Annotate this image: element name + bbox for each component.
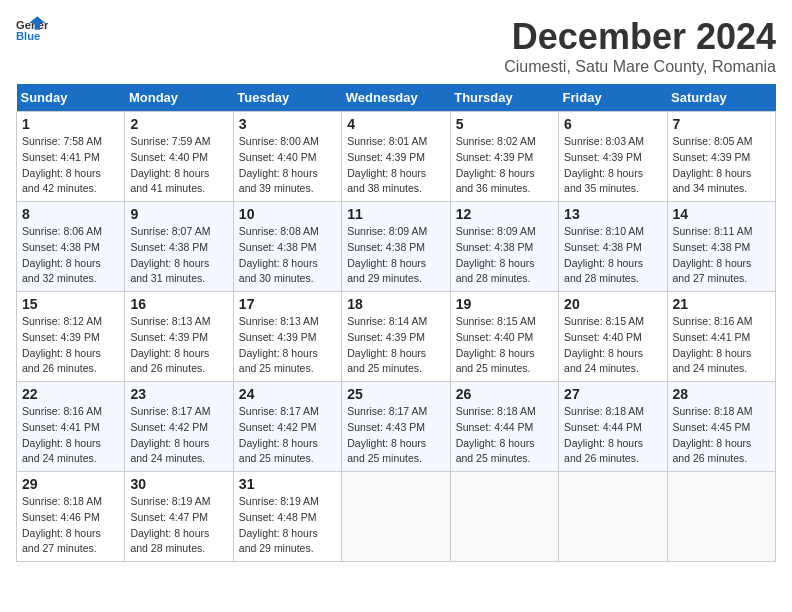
day-number: 20 <box>564 296 661 312</box>
weekday-header: Tuesday <box>233 84 341 112</box>
day-info: Sunrise: 8:15 AM Sunset: 4:40 PM Dayligh… <box>456 314 553 377</box>
sunset-label: Sunset: 4:39 PM <box>347 151 425 163</box>
day-info: Sunrise: 8:17 AM Sunset: 4:42 PM Dayligh… <box>239 404 336 467</box>
calendar-day-cell: 7 Sunrise: 8:05 AM Sunset: 4:39 PM Dayli… <box>667 112 775 202</box>
daylight-label: Daylight: 8 hours and 30 minutes. <box>239 257 318 285</box>
sunrise-label: Sunrise: 8:07 AM <box>130 225 210 237</box>
calendar-day-cell: 15 Sunrise: 8:12 AM Sunset: 4:39 PM Dayl… <box>17 292 125 382</box>
sunrise-label: Sunrise: 8:02 AM <box>456 135 536 147</box>
day-number: 19 <box>456 296 553 312</box>
sunrise-label: Sunrise: 8:13 AM <box>130 315 210 327</box>
daylight-label: Daylight: 8 hours and 29 minutes. <box>347 257 426 285</box>
sunrise-label: Sunrise: 8:17 AM <box>239 405 319 417</box>
day-info: Sunrise: 8:18 AM Sunset: 4:45 PM Dayligh… <box>673 404 770 467</box>
daylight-label: Daylight: 8 hours and 36 minutes. <box>456 167 535 195</box>
daylight-label: Daylight: 8 hours and 26 minutes. <box>22 347 101 375</box>
sunrise-label: Sunrise: 8:14 AM <box>347 315 427 327</box>
calendar-day-cell: 6 Sunrise: 8:03 AM Sunset: 4:39 PM Dayli… <box>559 112 667 202</box>
sunrise-label: Sunrise: 7:59 AM <box>130 135 210 147</box>
day-info: Sunrise: 8:12 AM Sunset: 4:39 PM Dayligh… <box>22 314 119 377</box>
day-number: 29 <box>22 476 119 492</box>
calendar-day-cell: 27 Sunrise: 8:18 AM Sunset: 4:44 PM Dayl… <box>559 382 667 472</box>
daylight-label: Daylight: 8 hours and 24 minutes. <box>564 347 643 375</box>
day-number: 21 <box>673 296 770 312</box>
daylight-label: Daylight: 8 hours and 28 minutes. <box>130 527 209 555</box>
empty-cell <box>559 472 667 562</box>
day-number: 11 <box>347 206 444 222</box>
day-info: Sunrise: 8:05 AM Sunset: 4:39 PM Dayligh… <box>673 134 770 197</box>
calendar-day-cell: 10 Sunrise: 8:08 AM Sunset: 4:38 PM Dayl… <box>233 202 341 292</box>
daylight-label: Daylight: 8 hours and 24 minutes. <box>130 437 209 465</box>
sunrise-label: Sunrise: 8:01 AM <box>347 135 427 147</box>
day-info: Sunrise: 8:19 AM Sunset: 4:48 PM Dayligh… <box>239 494 336 557</box>
daylight-label: Daylight: 8 hours and 25 minutes. <box>347 347 426 375</box>
daylight-label: Daylight: 8 hours and 28 minutes. <box>456 257 535 285</box>
day-info: Sunrise: 8:03 AM Sunset: 4:39 PM Dayligh… <box>564 134 661 197</box>
calendar-day-cell: 11 Sunrise: 8:09 AM Sunset: 4:38 PM Dayl… <box>342 202 450 292</box>
sunset-label: Sunset: 4:40 PM <box>456 331 534 343</box>
day-number: 14 <box>673 206 770 222</box>
sunset-label: Sunset: 4:39 PM <box>564 151 642 163</box>
day-number: 6 <box>564 116 661 132</box>
calendar-week-row: 1 Sunrise: 7:58 AM Sunset: 4:41 PM Dayli… <box>17 112 776 202</box>
day-info: Sunrise: 8:09 AM Sunset: 4:38 PM Dayligh… <box>456 224 553 287</box>
calendar-day-cell: 22 Sunrise: 8:16 AM Sunset: 4:41 PM Dayl… <box>17 382 125 472</box>
daylight-label: Daylight: 8 hours and 25 minutes. <box>347 437 426 465</box>
daylight-label: Daylight: 8 hours and 39 minutes. <box>239 167 318 195</box>
day-number: 31 <box>239 476 336 492</box>
calendar-day-cell: 19 Sunrise: 8:15 AM Sunset: 4:40 PM Dayl… <box>450 292 558 382</box>
day-info: Sunrise: 8:10 AM Sunset: 4:38 PM Dayligh… <box>564 224 661 287</box>
location-title: Ciumesti, Satu Mare County, Romania <box>504 58 776 76</box>
day-info: Sunrise: 8:13 AM Sunset: 4:39 PM Dayligh… <box>239 314 336 377</box>
calendar-day-cell: 1 Sunrise: 7:58 AM Sunset: 4:41 PM Dayli… <box>17 112 125 202</box>
day-number: 18 <box>347 296 444 312</box>
daylight-label: Daylight: 8 hours and 26 minutes. <box>130 347 209 375</box>
day-info: Sunrise: 8:08 AM Sunset: 4:38 PM Dayligh… <box>239 224 336 287</box>
calendar-day-cell: 26 Sunrise: 8:18 AM Sunset: 4:44 PM Dayl… <box>450 382 558 472</box>
day-info: Sunrise: 8:17 AM Sunset: 4:42 PM Dayligh… <box>130 404 227 467</box>
sunrise-label: Sunrise: 8:18 AM <box>22 495 102 507</box>
calendar-day-cell: 28 Sunrise: 8:18 AM Sunset: 4:45 PM Dayl… <box>667 382 775 472</box>
day-number: 13 <box>564 206 661 222</box>
day-info: Sunrise: 7:59 AM Sunset: 4:40 PM Dayligh… <box>130 134 227 197</box>
sunrise-label: Sunrise: 8:03 AM <box>564 135 644 147</box>
sunset-label: Sunset: 4:40 PM <box>564 331 642 343</box>
sunset-label: Sunset: 4:38 PM <box>130 241 208 253</box>
calendar-day-cell: 13 Sunrise: 8:10 AM Sunset: 4:38 PM Dayl… <box>559 202 667 292</box>
calendar-day-cell: 5 Sunrise: 8:02 AM Sunset: 4:39 PM Dayli… <box>450 112 558 202</box>
calendar-day-cell: 18 Sunrise: 8:14 AM Sunset: 4:39 PM Dayl… <box>342 292 450 382</box>
daylight-label: Daylight: 8 hours and 42 minutes. <box>22 167 101 195</box>
title-area: December 2024 Ciumesti, Satu Mare County… <box>504 16 776 76</box>
day-info: Sunrise: 8:18 AM Sunset: 4:44 PM Dayligh… <box>456 404 553 467</box>
sunset-label: Sunset: 4:41 PM <box>22 151 100 163</box>
month-title: December 2024 <box>504 16 776 58</box>
logo: General Blue <box>16 16 48 44</box>
daylight-label: Daylight: 8 hours and 27 minutes. <box>673 257 752 285</box>
daylight-label: Daylight: 8 hours and 25 minutes. <box>456 437 535 465</box>
day-number: 9 <box>130 206 227 222</box>
day-number: 4 <box>347 116 444 132</box>
weekday-header: Thursday <box>450 84 558 112</box>
calendar-day-cell: 24 Sunrise: 8:17 AM Sunset: 4:42 PM Dayl… <box>233 382 341 472</box>
calendar-day-cell: 29 Sunrise: 8:18 AM Sunset: 4:46 PM Dayl… <box>17 472 125 562</box>
calendar-day-cell: 16 Sunrise: 8:13 AM Sunset: 4:39 PM Dayl… <box>125 292 233 382</box>
calendar-day-cell: 21 Sunrise: 8:16 AM Sunset: 4:41 PM Dayl… <box>667 292 775 382</box>
weekday-header: Saturday <box>667 84 775 112</box>
calendar-table: SundayMondayTuesdayWednesdayThursdayFrid… <box>16 84 776 562</box>
sunrise-label: Sunrise: 8:09 AM <box>456 225 536 237</box>
day-number: 2 <box>130 116 227 132</box>
sunset-label: Sunset: 4:38 PM <box>22 241 100 253</box>
calendar-week-row: 29 Sunrise: 8:18 AM Sunset: 4:46 PM Dayl… <box>17 472 776 562</box>
sunrise-label: Sunrise: 8:05 AM <box>673 135 753 147</box>
day-info: Sunrise: 8:02 AM Sunset: 4:39 PM Dayligh… <box>456 134 553 197</box>
sunset-label: Sunset: 4:45 PM <box>673 421 751 433</box>
calendar-day-cell: 9 Sunrise: 8:07 AM Sunset: 4:38 PM Dayli… <box>125 202 233 292</box>
weekday-header: Friday <box>559 84 667 112</box>
sunset-label: Sunset: 4:47 PM <box>130 511 208 523</box>
daylight-label: Daylight: 8 hours and 32 minutes. <box>22 257 101 285</box>
calendar-week-row: 22 Sunrise: 8:16 AM Sunset: 4:41 PM Dayl… <box>17 382 776 472</box>
calendar-day-cell: 8 Sunrise: 8:06 AM Sunset: 4:38 PM Dayli… <box>17 202 125 292</box>
sunset-label: Sunset: 4:42 PM <box>239 421 317 433</box>
sunset-label: Sunset: 4:40 PM <box>130 151 208 163</box>
day-number: 17 <box>239 296 336 312</box>
